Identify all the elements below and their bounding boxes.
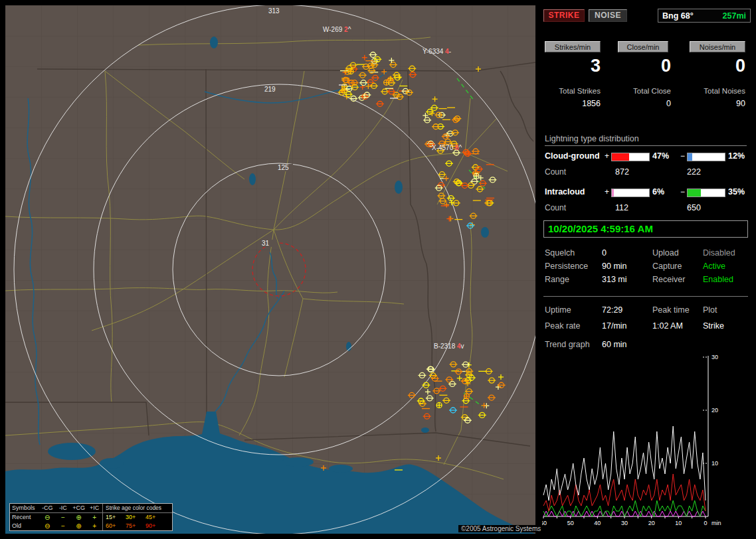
cg-negative-count: 222 [687,167,701,177]
circle-minus-icon: ⊖ [39,513,55,522]
plus-icon: + [86,513,102,522]
bearing-range-panel: Bng 68° 257mi [658,9,751,23]
trend-graph-label: Trend graph [545,340,590,349]
legend-pcg-header: +CG [71,504,87,512]
squelch-value: 0 [602,248,607,258]
receiver-label: Receiver [652,275,685,284]
total-noises-value: 90 [690,99,745,108]
age-code-90: 90+ [145,522,165,530]
noises-per-min-chip[interactable]: Noises/min [690,41,745,52]
bearing-value: Bng 68° [662,11,694,21]
total-close-label: Total Close [615,87,671,95]
svg-text:20: 20 [711,407,718,414]
ic-negative-count: 650 [687,203,701,212]
svg-text:0: 0 [704,520,707,526]
status-sidebar: STRIKE NOISE Bng 68° 257mi Strikes/min C… [541,0,756,539]
svg-text:40: 40 [594,520,601,526]
legend-symbols-header: Symbols [10,504,39,512]
peak-rate-value: 17/min [602,321,627,331]
svg-text:20: 20 [648,520,655,526]
cg-negative-bar [687,153,725,161]
trend-window-value: 60 min [602,340,627,349]
close-per-min-value: 0 [615,56,671,76]
squelch-label: Squelch [545,248,575,258]
svg-text:50: 50 [567,520,574,526]
plot-label: Plot [703,305,717,315]
legend-age-title: Strike age color codes [106,504,161,512]
age-code-75: 75+ [126,522,145,530]
upload-label: Upload [652,248,679,258]
cg-positive-bar-fill [612,153,629,161]
uptime-value: 72:29 [602,305,622,315]
svg-text:Y-6334 4-: Y-6334 4- [423,48,451,55]
map-canvas[interactable]: 31321912531 W-269 2^Y-6334 4-X-4570 6^B-… [5,5,535,534]
total-close-value: 0 [615,99,671,108]
svg-text:10: 10 [711,460,718,467]
cg-positive-count: 872 [615,167,629,177]
svg-text:31: 31 [262,240,270,247]
lightning-map[interactable]: 31321912531 W-269 2^Y-6334 4-X-4570 6^B-… [5,5,535,534]
age-code-45: 45+ [145,513,165,522]
svg-text:30: 30 [621,520,628,526]
cloud-ground-count-row: Count 872 222 [541,167,756,178]
svg-text:313: 313 [268,7,280,15]
upload-status: Disabled [703,248,735,258]
minus-sign: − [680,151,685,161]
circle-plus-icon: ⊕ [71,522,87,530]
noise-indicator-button[interactable]: NOISE [589,9,627,22]
copyright-text: ©2005 Astrogenic Systems [458,525,543,532]
divider [543,296,748,297]
legend-nic-header: -IC [55,504,71,512]
intracloud-label: Intracloud [545,187,585,196]
persistence-label: Persistence [545,262,588,271]
svg-text:10: 10 [675,520,682,526]
total-strikes-value: 1856 [545,99,601,108]
minus-icon: − [55,513,71,522]
legend-recent-row: Recent ⊖ − ⊕ + 15+ 30+ 45+ [10,513,172,522]
svg-text:219: 219 [264,86,276,93]
count-label: Count [545,203,566,212]
ic-positive-pct: 6% [652,187,664,196]
svg-text:X-4570 6^: X-4570 6^ [432,144,462,151]
legend-pic-header: +IC [86,504,102,512]
symbols-legend: Symbols -CG -IC +CG +IC Strike age color… [9,503,173,531]
svg-text:B-2318 4v: B-2318 4v [434,343,464,350]
age-code-30: 30+ [126,513,145,522]
noises-per-min-value: 0 [690,56,745,76]
total-noises-label: Total Noises [690,87,745,95]
svg-text:min: min [711,520,721,526]
plot-mode-value: Strike [703,321,724,331]
intracloud-row: Intracloud + 6% − 35% [541,187,756,198]
age-code-15: 15+ [106,513,126,522]
count-label: Count [545,167,566,177]
persistence-value: 90 min [602,262,627,271]
close-per-min-chip[interactable]: Close/min [618,41,668,52]
range-label: Range [545,275,569,284]
peak-time-value: 1:02 AM [652,321,683,331]
strike-indicator-button[interactable]: STRIKE [543,9,585,22]
ic-positive-bar-fill [612,189,614,196]
cloud-ground-row: Cloud-ground + 47% − 12% [541,151,756,162]
ic-negative-bar-fill [688,189,701,196]
uptime-label: Uptime [545,305,571,315]
legend-old-label: Old [10,522,39,530]
capture-label: Capture [652,262,682,271]
legend-header-row: Symbols -CG -IC +CG +IC Strike age color… [10,504,172,513]
ic-negative-pct: 35% [728,187,745,196]
cg-negative-bar-fill [688,153,692,161]
plus-sign: + [605,187,609,196]
total-strikes-label: Total Strikes [545,87,601,95]
legend-recent-label: Recent [10,513,39,522]
ic-positive-count: 112 [615,203,628,212]
ic-negative-bar [687,189,725,197]
cg-negative-pct: 12% [728,151,745,161]
legend-old-row: Old ⊖ − ⊕ + 60+ 75+ 90+ [10,522,172,530]
minus-icon: − [55,522,71,530]
age-code-60: 60+ [106,522,126,530]
capture-status: Active [703,262,725,271]
strikes-per-min-chip[interactable]: Strikes/min [545,41,601,52]
cloud-ground-label: Cloud-ground [545,151,600,161]
svg-text:W-269 2^: W-269 2^ [323,26,351,33]
receiver-status: Enabled [703,275,733,284]
peak-rate-label: Peak rate [545,321,581,331]
